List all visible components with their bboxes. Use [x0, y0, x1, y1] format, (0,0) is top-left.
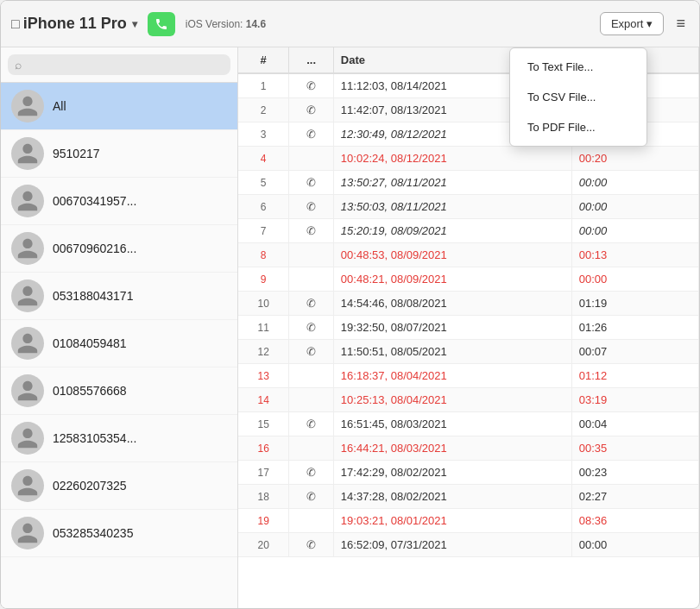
phone-type-icon: ✆ [306, 490, 316, 503]
cell-date: 13:50:27, 08/11/2021 [333, 171, 571, 195]
cell-date: 10:02:24, 08/12/2021 [333, 147, 571, 171]
table-row[interactable]: 7✆15:20:19, 08/09/202100:00 [238, 219, 699, 243]
cell-date: 00:48:53, 08/09/2021 [333, 243, 571, 267]
cell-type: ✆ [289, 122, 334, 147]
avatar [11, 185, 44, 217]
phone-type-icon: ✆ [306, 321, 316, 334]
cell-type [289, 364, 334, 388]
table-row[interactable]: 5✆13:50:27, 08/11/202100:00 [238, 171, 699, 195]
cell-type: ✆ [289, 340, 334, 364]
contact-item-c3[interactable]: 00670960216... [1, 225, 237, 273]
hamburger-button[interactable]: ≡ [672, 11, 689, 36]
table-row[interactable]: 12✆11:50:51, 08/05/202100:07 [238, 340, 699, 364]
table-row[interactable]: 1919:03:21, 08/01/202108:36 [238, 509, 699, 533]
phone-call-button[interactable] [148, 12, 175, 36]
table-row[interactable]: 20✆16:52:09, 07/31/202100:00 [238, 533, 699, 557]
cell-num: 20 [238, 533, 289, 557]
cell-duration: 00:00 [571, 219, 698, 243]
device-chevron-icon: ▾ [132, 18, 137, 30]
cell-type: ✆ [289, 412, 334, 436]
contact-item-c8[interactable]: 02260207325 [1, 462, 237, 510]
contact-name: All [53, 99, 66, 113]
dropdown-item-0[interactable]: To Text File... [510, 52, 646, 82]
cell-num: 4 [238, 147, 289, 171]
search-input-wrapper: ⌕ [8, 54, 230, 75]
export-chevron-icon: ▾ [646, 17, 653, 30]
cell-num: 18 [238, 485, 289, 509]
cell-date: 19:32:50, 08/07/2021 [333, 316, 571, 340]
cell-type: ✆ [289, 98, 334, 122]
contact-name: 053188043171 [53, 289, 133, 303]
cell-type: ✆ [289, 292, 334, 316]
table-row[interactable]: 18✆14:37:28, 08/02/202102:27 [238, 485, 699, 509]
col-num: # [238, 47, 289, 73]
cell-date: 16:52:09, 07/31/2021 [333, 533, 571, 557]
cell-num: 1 [238, 73, 289, 98]
cell-num: 16 [238, 436, 289, 461]
phone-type-icon: ✆ [306, 297, 316, 310]
main-content: ⌕ All951021700670341957...00670960216...… [1, 47, 699, 608]
phone-type-icon: ✆ [306, 418, 316, 430]
cell-type: ✆ [289, 485, 334, 509]
search-bar: ⌕ [1, 47, 237, 83]
contact-name: 9510217 [53, 147, 100, 160]
cell-num: 12 [238, 340, 289, 364]
cell-duration: 01:19 [571, 292, 698, 316]
table-row[interactable]: 10✆14:54:46, 08/08/202101:19 [238, 292, 699, 316]
cell-num: 7 [238, 219, 289, 243]
contact-name: 12583105354... [53, 431, 136, 445]
cell-date: 16:44:21, 08/03/2021 [333, 436, 571, 461]
phone-type-icon: ✆ [306, 538, 316, 551]
contact-item-c6[interactable]: 01085576668 [1, 367, 237, 415]
contact-name: 02260207325 [53, 479, 127, 493]
contact-item-c4[interactable]: 053188043171 [1, 273, 237, 320]
cell-date: 11:50:51, 08/05/2021 [333, 340, 571, 364]
cell-type: ✆ [289, 195, 334, 219]
cell-date: 17:42:29, 08/02/2021 [333, 461, 571, 485]
table-row[interactable]: 15✆16:51:45, 08/03/202100:04 [238, 412, 699, 436]
avatar [11, 232, 44, 265]
table-row[interactable]: 1410:25:13, 08/04/202103:19 [238, 388, 699, 412]
contact-item-c2[interactable]: 00670341957... [1, 178, 237, 225]
export-dropdown: To Text File...To CSV File...To PDF File… [509, 47, 647, 147]
table-row[interactable]: 17✆17:42:29, 08/02/202100:23 [238, 461, 699, 485]
avatar [11, 374, 44, 407]
phone-type-icon: ✆ [306, 200, 316, 213]
dropdown-item-1[interactable]: To CSV File... [510, 82, 646, 112]
contact-list: All951021700670341957...00670960216...05… [1, 83, 237, 608]
cell-duration: 00:23 [571, 461, 698, 485]
contact-item-c7[interactable]: 12583105354... [1, 415, 237, 462]
table-row[interactable]: 11✆19:32:50, 08/07/202101:26 [238, 316, 699, 340]
table-row[interactable]: 900:48:21, 08/09/202100:00 [238, 267, 699, 292]
cell-duration: 02:27 [571, 485, 698, 509]
cell-type [289, 147, 334, 171]
avatar [11, 90, 44, 122]
device-name-label: iPhone 11 Pro [23, 15, 127, 33]
table-row[interactable]: 1316:18:37, 08/04/202101:12 [238, 364, 699, 388]
sidebar: ⌕ All951021700670341957...00670960216...… [1, 47, 238, 608]
table-row[interactable]: 410:02:24, 08/12/202100:20 [238, 147, 699, 171]
export-button[interactable]: Export ▾ [600, 12, 665, 35]
cell-num: 15 [238, 412, 289, 436]
table-row[interactable]: 6✆13:50:03, 08/11/202100:00 [238, 195, 699, 219]
device-name[interactable]: □ iPhone 11 Pro ▾ [11, 15, 137, 33]
cell-duration: 00:00 [571, 171, 698, 195]
header-right: Export ▾ ≡ [600, 11, 689, 36]
table-row[interactable]: 800:48:53, 08/09/202100:13 [238, 243, 699, 267]
app-window: □ iPhone 11 Pro ▾ iOS Version: 14.6 Expo… [0, 0, 700, 609]
dropdown-item-2[interactable]: To PDF File... [510, 112, 646, 142]
cell-type [289, 267, 334, 292]
cell-duration: 00:04 [571, 412, 698, 436]
cell-type: ✆ [289, 533, 334, 557]
contact-name: 01085576668 [53, 384, 127, 398]
contact-item-c1[interactable]: 9510217 [1, 130, 237, 178]
table-row[interactable]: 1616:44:21, 08/03/202100:35 [238, 436, 699, 461]
contact-item-c5[interactable]: 01084059481 [1, 320, 237, 367]
phone-type-icon: ✆ [306, 224, 316, 237]
contact-name: 053285340235 [53, 526, 133, 540]
contact-item-all[interactable]: All [1, 83, 237, 130]
cell-type: ✆ [289, 73, 334, 98]
contact-item-c9[interactable]: 053285340235 [1, 510, 237, 557]
search-input[interactable] [27, 59, 224, 72]
cell-date: 16:18:37, 08/04/2021 [333, 364, 571, 388]
